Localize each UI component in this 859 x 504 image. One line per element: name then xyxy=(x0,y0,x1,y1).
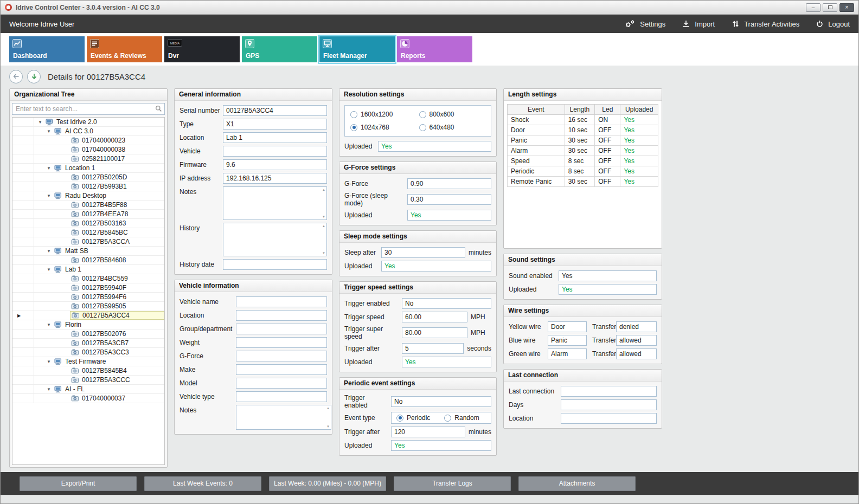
tab-dashboard[interactable]: Dashboard xyxy=(9,36,85,62)
tree-node-location-1[interactable]: ▾Location 1 xyxy=(12,164,164,173)
back-button[interactable] xyxy=(9,70,23,83)
tree-node-ai-cc-3-0[interactable]: ▾AI CC 3.0 xyxy=(12,127,164,136)
footer-attachments-button[interactable]: Attachments xyxy=(518,476,636,491)
trigger-speed-input[interactable] xyxy=(402,312,467,322)
tree-node-radu-desktop[interactable]: ▾Radu Desktop xyxy=(12,191,164,201)
collapse-toggle-icon[interactable]: ▾ xyxy=(46,248,52,254)
tree-node-00127b5a3cb7[interactable]: 00127B5A3CB7 xyxy=(12,339,164,348)
tree-search-input[interactable] xyxy=(12,103,165,115)
tree-node-00127b502076[interactable]: 00127B502076 xyxy=(12,329,164,339)
location-input[interactable] xyxy=(561,413,657,424)
tree-node-test-firmware[interactable]: ▾Test Firmware xyxy=(12,357,164,366)
firmware-input[interactable] xyxy=(223,159,327,170)
tab-reports[interactable]: Reports xyxy=(397,36,472,62)
trigger-enabled-input[interactable] xyxy=(391,396,491,407)
weight-input[interactable] xyxy=(236,337,327,348)
trigger-after-input[interactable] xyxy=(391,427,465,437)
tree-node-00127b5994f6[interactable]: 00127B5994F6 xyxy=(12,293,164,302)
serial-number-input[interactable] xyxy=(223,105,327,116)
collapse-toggle-icon[interactable]: ▾ xyxy=(46,359,52,364)
location-input[interactable] xyxy=(236,310,327,321)
tree-node-ai-fl[interactable]: ▾AI - FL xyxy=(12,385,164,394)
table-row[interactable]: Door10 secOFFYes xyxy=(508,125,658,135)
collapse-toggle-icon[interactable]: ▾ xyxy=(37,119,43,125)
sleep-after-input[interactable] xyxy=(381,247,465,258)
collapse-toggle-icon[interactable]: ▾ xyxy=(46,322,52,327)
tab-fleet-manager[interactable]: Fleet Manager xyxy=(319,36,395,62)
tree-node-017040000038[interactable]: 017040000038 xyxy=(12,145,164,154)
tree-node-00127b59940f[interactable]: 00127B59940F xyxy=(12,283,164,293)
tree-node-matt-sb[interactable]: ▾Matt SB xyxy=(12,247,164,256)
history-date-input[interactable] xyxy=(223,259,327,270)
radio-1600x1200[interactable]: 1600x1200 xyxy=(350,111,417,118)
transfer-activities-button[interactable]: Transfer Activities xyxy=(731,20,799,28)
sound-enabled-input[interactable] xyxy=(559,270,657,281)
notes-textarea[interactable] xyxy=(223,186,327,220)
trigger-super-speed-input[interactable] xyxy=(402,327,467,338)
tree-node-00127b5a3cca[interactable]: 00127B5A3CCA xyxy=(12,237,164,247)
tree-node-00127b5a3ccc[interactable]: 00127B5A3CCC xyxy=(12,376,164,385)
g-force-sleep-mode-input[interactable] xyxy=(407,194,491,205)
notes-textarea[interactable] xyxy=(236,405,331,430)
footer-transfer-logs-button[interactable]: Transfer Logs xyxy=(394,476,511,491)
minimize-button[interactable]: – xyxy=(806,3,820,12)
logout-button[interactable]: Logout xyxy=(816,20,850,28)
last-connection-input[interactable] xyxy=(561,386,657,397)
location-input[interactable] xyxy=(223,132,327,143)
tree-node-florin[interactable]: ▾Florin xyxy=(12,320,164,329)
uploaded-input[interactable] xyxy=(391,440,491,451)
green-wire-transfer-input[interactable] xyxy=(616,348,657,359)
vehicle-input[interactable] xyxy=(223,146,327,157)
tree-node-017040000023[interactable]: 017040000023 xyxy=(12,136,164,145)
days-input[interactable] xyxy=(561,399,657,410)
tab-events-reviews[interactable]: Events & Reviews xyxy=(87,36,162,62)
maximize-button[interactable] xyxy=(823,3,837,12)
make-input[interactable] xyxy=(236,364,327,375)
tab-gps[interactable]: GPS xyxy=(242,36,317,62)
radio-640x480[interactable]: 640x480 xyxy=(419,124,486,131)
table-row[interactable]: Remote Panic30 secOFFYes xyxy=(508,177,658,187)
green-wire-input[interactable] xyxy=(548,348,587,359)
collapse-toggle-icon[interactable]: ▾ xyxy=(46,386,52,392)
tree-node-017040000037[interactable]: 017040000037 xyxy=(12,394,164,403)
collapse-toggle-icon[interactable]: ▾ xyxy=(46,165,52,171)
tree-node-00127b503163[interactable]: 00127B503163 xyxy=(12,219,164,228)
tab-dvr[interactable]: MEDIADvr xyxy=(164,36,240,62)
tree-node-00127b5993b1[interactable]: 00127B5993B1 xyxy=(12,182,164,191)
tree-node-00127b5845b4[interactable]: 00127B5845B4 xyxy=(12,366,164,376)
uploaded-input[interactable] xyxy=(559,284,657,295)
tree-node-00127b5a3cc4[interactable]: ▶00127B5A3CC4 xyxy=(12,311,164,320)
vehicle-name-input[interactable] xyxy=(236,296,327,307)
table-row[interactable]: Panic30 secOFFYes xyxy=(508,135,658,146)
blue-wire-transfer-input[interactable] xyxy=(616,335,657,346)
footer-last-week-events-0-button[interactable]: Last Week Events: 0 xyxy=(144,476,261,491)
vehicle-type-input[interactable] xyxy=(236,391,327,402)
download-button[interactable] xyxy=(27,70,41,83)
close-button[interactable]: × xyxy=(839,3,854,12)
table-row[interactable]: Periodic8 secOFFYes xyxy=(508,166,658,177)
type-input[interactable] xyxy=(223,119,327,130)
collapse-toggle-icon[interactable]: ▾ xyxy=(46,267,52,272)
footer-export-print-button[interactable]: Export/Print xyxy=(20,476,137,491)
yellow-wire-transfer-input[interactable] xyxy=(616,321,657,332)
uploaded-input[interactable] xyxy=(378,141,491,152)
model-input[interactable] xyxy=(236,378,327,389)
tree-node-lab-1[interactable]: ▾Lab 1 xyxy=(12,265,164,274)
import-button[interactable]: Import xyxy=(682,20,715,28)
table-row[interactable]: Shock16 secONYes xyxy=(508,115,658,125)
group-department-input[interactable] xyxy=(236,324,327,334)
tree-node-00127b4eea78[interactable]: 00127B4EEA78 xyxy=(12,210,164,219)
history-textarea[interactable] xyxy=(223,223,327,256)
blue-wire-input[interactable] xyxy=(548,335,587,346)
g-force-input[interactable] xyxy=(407,178,491,189)
tree-node-00127b599505[interactable]: 00127B599505 xyxy=(12,302,164,311)
footer-last-week-0-00-miles-0-00-mph-button[interactable]: Last Week: 0.00 (Miles) - 0.00 (MPH) xyxy=(269,476,386,491)
tree-node-test-idrive-2-0[interactable]: ▾Test Idrive 2.0 xyxy=(12,118,164,127)
uploaded-input[interactable] xyxy=(402,357,491,367)
radio-800x600[interactable]: 800x600 xyxy=(419,111,486,118)
radio-periodic[interactable]: Periodic xyxy=(396,414,430,422)
tree-node-00127b4bc559[interactable]: 00127B4BC559 xyxy=(12,274,164,283)
tree-node-00127b4b5f88[interactable]: 00127B4B5F88 xyxy=(12,201,164,210)
yellow-wire-input[interactable] xyxy=(548,321,587,332)
tree-node-00127b5845bc[interactable]: 00127B5845BC xyxy=(12,228,164,237)
